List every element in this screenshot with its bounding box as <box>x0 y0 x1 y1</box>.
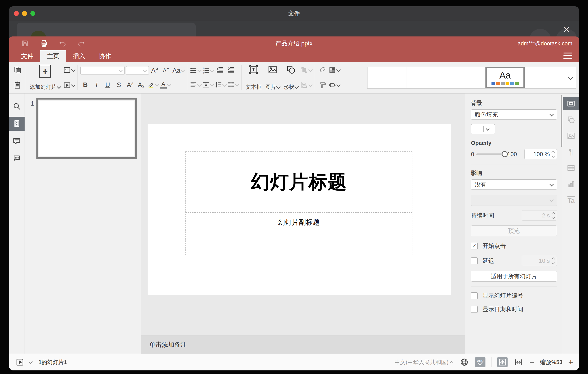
text-art-settings-icon[interactable]: Ta <box>563 194 579 207</box>
zoom-in-button[interactable]: + <box>568 358 573 366</box>
show-slide-number-checkbox[interactable] <box>471 292 478 299</box>
chevron-down-icon[interactable] <box>28 360 33 364</box>
spellcheck-icon[interactable]: ABC <box>475 357 485 367</box>
paragraph-settings-icon[interactable]: ¶ <box>563 145 579 158</box>
chat-icon[interactable] <box>9 152 25 165</box>
menu-icon[interactable] <box>563 53 572 59</box>
start-slideshow-button[interactable] <box>63 80 75 90</box>
change-case-button[interactable]: Aa <box>172 66 184 75</box>
slide-size-button[interactable] <box>328 80 340 90</box>
set-language-globe-icon[interactable] <box>459 357 469 367</box>
table-settings-icon[interactable] <box>563 162 579 175</box>
strikeout-button[interactable]: S <box>114 80 124 90</box>
theme-gallery-expand-button[interactable] <box>564 67 576 88</box>
font-name-combo[interactable] <box>80 66 125 75</box>
scrollbar-thumb[interactable] <box>561 95 562 147</box>
chevron-down-icon <box>198 68 202 72</box>
tab-insert[interactable]: 插入 <box>66 50 92 62</box>
bullets-button[interactable] <box>190 66 201 75</box>
account-email[interactable]: adm***@dootask.com <box>518 40 572 47</box>
font-color-button[interactable]: A <box>160 80 171 90</box>
start-slideshow-status-button[interactable] <box>15 357 25 367</box>
numbering-button[interactable]: 123 <box>202 66 214 75</box>
svg-text:1: 1 <box>203 67 204 69</box>
tab-collaboration[interactable]: 协作 <box>92 50 118 62</box>
theme-tile-selected[interactable]: Aa <box>485 67 525 88</box>
tab-file[interactable]: 文件 <box>14 50 40 62</box>
effect-select[interactable]: 没有 <box>471 179 557 190</box>
slide-layout-button[interactable] <box>63 65 75 75</box>
zoom-out-button[interactable]: − <box>529 358 534 366</box>
font-size-combo[interactable] <box>126 66 149 75</box>
paint-roller-icon[interactable] <box>318 80 327 90</box>
align-shape-button[interactable] <box>301 80 312 90</box>
opacity-min-label: 0 <box>471 151 474 158</box>
left-toolbar <box>9 93 25 354</box>
spinner-arrows[interactable] <box>552 151 555 157</box>
theme-tile-blank-2[interactable] <box>407 67 446 88</box>
horizontal-align-button[interactable] <box>190 80 201 90</box>
add-slide-button[interactable]: + 添加幻灯片 <box>28 62 63 93</box>
superscript-button[interactable]: A² <box>125 80 135 90</box>
chevron-down-icon <box>336 83 341 87</box>
highlight-color-button[interactable] <box>147 80 159 90</box>
start-on-click-checkbox[interactable]: ✓ <box>471 243 478 249</box>
underline-button[interactable]: U <box>103 80 113 90</box>
notes-input[interactable]: 单击添加备注 <box>141 336 465 354</box>
screen: 文件 ✕ <box>0 0 588 374</box>
columns-button[interactable] <box>227 80 239 90</box>
close-icon[interactable]: ✕ <box>562 25 571 34</box>
chevron-down-icon <box>210 82 214 87</box>
select-tool-icon[interactable] <box>318 65 327 75</box>
background-fill-select[interactable]: 颜色填充 <box>471 109 557 120</box>
vertical-align-button[interactable] <box>202 80 214 90</box>
fit-to-slide-icon[interactable] <box>497 357 508 367</box>
slide-thumbnail-1[interactable] <box>36 98 137 159</box>
slide-layout-group <box>63 62 75 93</box>
theme-tile-blank-1[interactable] <box>368 67 407 88</box>
decrease-indent-button[interactable] <box>215 66 225 75</box>
slider-handle[interactable] <box>502 151 508 157</box>
copy-icon[interactable] <box>12 65 22 75</box>
increase-font-button[interactable]: A▲ <box>150 66 160 75</box>
slide-editor[interactable]: 幻灯片标题 幻灯片副标题 <box>148 124 451 295</box>
arrange-shape-button[interactable] <box>301 65 312 75</box>
italic-button[interactable]: I <box>92 80 101 90</box>
theme-tile-blank-3[interactable] <box>446 67 485 88</box>
slide-settings-icon[interactable] <box>563 97 579 110</box>
search-icon[interactable] <box>9 99 25 113</box>
shape-button[interactable]: 形状 <box>282 62 300 93</box>
subtitle-placeholder[interactable]: 幻灯片副标题 <box>185 214 412 255</box>
increase-indent-button[interactable] <box>226 66 236 75</box>
chart-settings-icon[interactable] <box>563 178 579 191</box>
background-color-picker[interactable] <box>471 124 495 134</box>
decrease-font-button[interactable]: A▼ <box>161 66 171 75</box>
comments-icon[interactable] <box>9 134 25 148</box>
textbox-button[interactable]: T 文本框 <box>244 62 263 93</box>
image-settings-icon[interactable] <box>563 129 579 142</box>
slides-panel-icon[interactable] <box>9 117 25 131</box>
svg-text:2: 2 <box>203 70 204 72</box>
delay-checkbox[interactable] <box>471 257 478 264</box>
theme-tile-blank-4[interactable] <box>525 67 564 88</box>
language-selector[interactable]: 中文(中华人民共和国) <box>395 359 453 366</box>
subscript-button[interactable]: A₂ <box>136 80 146 90</box>
delay-row: 延迟 10 s <box>471 256 557 266</box>
image-label: 图片 <box>265 83 276 91</box>
opacity-slider[interactable] <box>476 154 505 155</box>
image-button[interactable]: 图片 <box>263 62 282 93</box>
tab-home[interactable]: 主页 <box>40 50 66 62</box>
bold-button[interactable]: B <box>80 80 90 90</box>
title-placeholder[interactable]: 幻灯片标题 <box>185 152 412 213</box>
paste-icon[interactable] <box>12 80 22 90</box>
theme-sample-text: Aa <box>499 71 511 80</box>
opacity-max-label: 100 <box>507 151 517 158</box>
color-scheme-button[interactable] <box>328 65 340 75</box>
fit-to-width-icon[interactable] <box>513 357 524 367</box>
line-spacing-button[interactable] <box>215 80 226 90</box>
shape-settings-icon[interactable] <box>563 113 579 126</box>
chevron-down-icon <box>71 83 75 87</box>
show-date-time-checkbox[interactable] <box>471 306 478 313</box>
apply-to-all-slides-button[interactable]: 适用于所有幻灯片 <box>471 271 557 282</box>
opacity-spinner[interactable]: 100 % <box>524 149 557 159</box>
